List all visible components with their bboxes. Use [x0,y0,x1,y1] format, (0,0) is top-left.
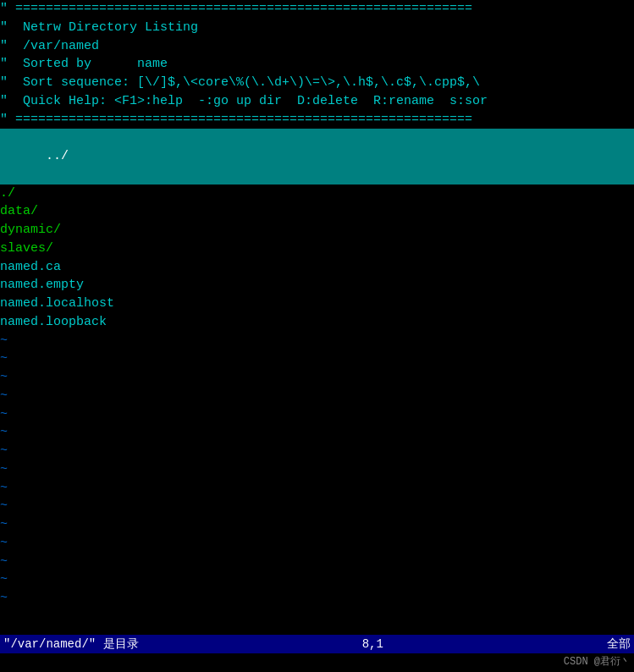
tilde-4: ~ [0,387,634,405]
tilde-13: ~ [0,553,634,571]
file-item-named-ca[interactable]: named.ca [0,258,634,277]
tilde-9: ~ [0,479,634,498]
tilde-12: ~ [0,534,634,553]
watermark-bar: CSDN @君衍丶 [0,653,634,672]
tilde-6: ~ [0,423,634,442]
tilde-14: ~ [0,570,634,589]
header-sort-seq-line: " Sort sequence: [\/]$,\<core\%(\.\d+\)\… [0,74,634,92]
tilde-7: ~ [0,442,634,460]
file-item-slaves[interactable]: slaves/ [0,240,634,258]
file-item-named-localhost[interactable]: named.localhost [0,295,634,313]
watermark-text: CSDN @君衍丶 [564,655,631,669]
file-item-parent[interactable]: ../ [0,129,634,184]
status-position: 8,1 [362,636,383,653]
header-sorted-line: " Sorted by name [0,55,634,74]
vim-editor: " ======================================… [0,0,634,672]
file-item-current[interactable]: ./ [0,185,634,203]
file-item-named-empty[interactable]: named.empty [0,276,634,295]
status-path: "/var/named/" 是目录 [3,636,139,653]
tilde-8: ~ [0,460,634,479]
file-listing: ../ ./ data/ dynamic/ slaves/ named.ca n… [0,129,634,672]
tilde-11: ~ [0,515,634,534]
header-help-line: " Quick Help: <F1>:help -:go up dir D:de… [0,92,634,111]
status-scroll: 全部 [607,636,631,653]
header-border-top: " ======================================… [0,0,634,19]
file-name-parent: ../ [46,149,69,163]
tilde-15: ~ [0,589,634,608]
tilde-5: ~ [0,405,634,424]
tilde-2: ~ [0,350,634,368]
header-title-line: " Netrw Directory Listing [0,19,634,37]
tilde-3: ~ [0,368,634,387]
status-bar: "/var/named/" 是目录 8,1 全部 [0,635,634,653]
file-item-data[interactable]: data/ [0,202,634,221]
file-item-named-loopback[interactable]: named.loopback [0,313,634,332]
header-border-bottom: " ======================================… [0,111,634,129]
tilde-1: ~ [0,332,634,350]
tilde-10: ~ [0,497,634,515]
file-item-dynamic[interactable]: dynamic/ [0,221,634,240]
header-path-line: " /var/named [0,37,634,56]
